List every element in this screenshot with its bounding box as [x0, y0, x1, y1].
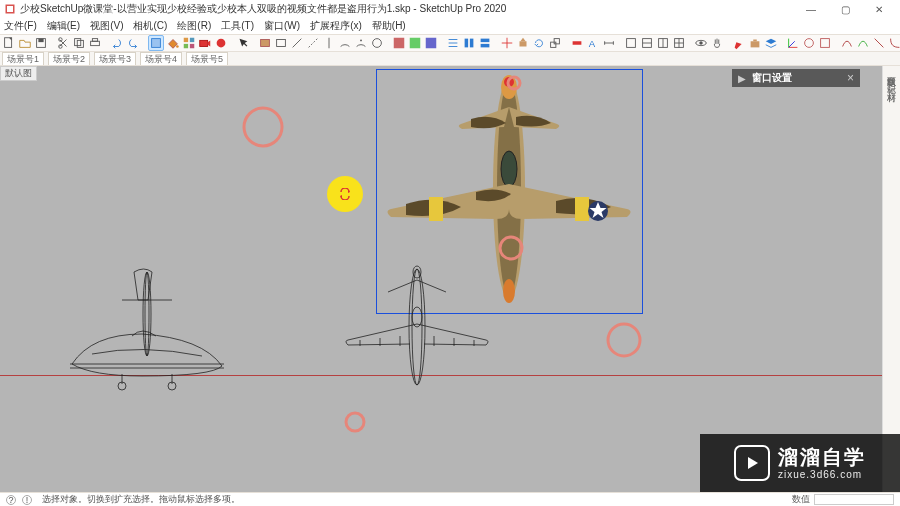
- curve3-icon[interactable]: [872, 35, 886, 51]
- model-plane-wire-center[interactable]: [340, 262, 495, 392]
- view4-icon[interactable]: [672, 35, 686, 51]
- view3-icon[interactable]: [656, 35, 670, 51]
- svg-point-69: [346, 413, 364, 431]
- tape-icon[interactable]: [570, 35, 584, 51]
- measure-input[interactable]: [814, 494, 894, 505]
- window-settings-panel[interactable]: ▶ 窗口设置 ×: [732, 69, 860, 87]
- pushpull-icon[interactable]: [516, 35, 530, 51]
- new-file-icon[interactable]: [2, 35, 16, 51]
- menu-help[interactable]: 帮助(H): [372, 19, 406, 33]
- align2-icon[interactable]: [462, 35, 476, 51]
- watermark-title: 溜溜自学: [778, 446, 866, 469]
- model-plane-wire-left[interactable]: [62, 264, 232, 394]
- svg-rect-14: [190, 38, 194, 42]
- main-area: 默认图: [0, 66, 900, 492]
- line-vertical-icon[interactable]: [322, 35, 336, 51]
- svg-rect-32: [554, 39, 559, 44]
- print-icon[interactable]: [88, 35, 102, 51]
- maximize-button[interactable]: ▢: [828, 0, 862, 18]
- axes-icon[interactable]: [786, 35, 800, 51]
- rotate-icon[interactable]: [532, 35, 546, 51]
- arc-icon[interactable]: [338, 35, 352, 51]
- dimension-icon[interactable]: [602, 35, 616, 51]
- view1-icon[interactable]: [624, 35, 638, 51]
- save-icon[interactable]: [34, 35, 48, 51]
- scale-icon[interactable]: [548, 35, 562, 51]
- scene-tab-1[interactable]: 场景号1: [2, 52, 44, 65]
- panel-title: 窗口设置: [752, 71, 847, 85]
- layers-icon[interactable]: [764, 35, 778, 51]
- menu-file[interactable]: 文件(F): [4, 19, 37, 33]
- minimize-button[interactable]: —: [794, 0, 828, 18]
- record-icon[interactable]: [214, 35, 228, 51]
- menu-extensions[interactable]: 扩展程序(x): [310, 19, 362, 33]
- window-title: 少校SketchUp微课堂-以营业实现少校经验或少校本人双吸的视频文件都是盗用行…: [20, 2, 506, 16]
- orbit-icon[interactable]: [694, 35, 708, 51]
- paint-bucket-icon[interactable]: [166, 35, 180, 51]
- status-help-icon[interactable]: ?: [6, 495, 16, 505]
- dock-title[interactable]: 默认图: [0, 66, 37, 81]
- status-warn-icon[interactable]: !: [22, 495, 32, 505]
- menu-draw[interactable]: 绘图(R): [177, 19, 211, 33]
- palette3-icon[interactable]: [424, 35, 438, 51]
- svg-point-22: [373, 39, 382, 48]
- move-icon[interactable]: [500, 35, 514, 51]
- menu-view[interactable]: 视图(V): [90, 19, 123, 33]
- svg-rect-29: [481, 44, 490, 48]
- ext1-icon[interactable]: [802, 35, 816, 51]
- curve4-icon[interactable]: [888, 35, 900, 51]
- toolbox-icon[interactable]: [748, 35, 762, 51]
- svg-point-58: [500, 237, 522, 259]
- rect-icon[interactable]: [258, 35, 272, 51]
- menu-camera[interactable]: 相机(C): [133, 19, 167, 33]
- annotation-circle-1: [241, 105, 285, 149]
- watermark-logo-icon: [734, 445, 770, 481]
- pan-icon[interactable]: [710, 35, 724, 51]
- panel-collapse-icon[interactable]: ▶: [738, 73, 746, 84]
- svg-rect-26: [465, 39, 469, 48]
- text-icon[interactable]: A: [586, 35, 600, 51]
- app-icon: [4, 3, 16, 15]
- palette1-icon[interactable]: [392, 35, 406, 51]
- panel-close-icon[interactable]: ×: [847, 71, 854, 85]
- materials-icon[interactable]: [182, 35, 196, 51]
- select-icon[interactable]: [236, 35, 250, 51]
- scene-tab-5[interactable]: 场景号5: [186, 52, 228, 65]
- menu-edit[interactable]: 编辑(E): [47, 19, 80, 33]
- undo-icon[interactable]: [110, 35, 124, 51]
- circle-icon[interactable]: [370, 35, 384, 51]
- svg-point-18: [217, 39, 226, 48]
- close-button[interactable]: ✕: [862, 0, 896, 18]
- rect2-icon[interactable]: [274, 35, 288, 51]
- redo-icon[interactable]: [126, 35, 140, 51]
- view2-icon[interactable]: [640, 35, 654, 51]
- arc2-icon[interactable]: [354, 35, 368, 51]
- scene-tab-2[interactable]: 场景号2: [48, 52, 90, 65]
- scene-tab-4[interactable]: 场景号4: [140, 52, 182, 65]
- title-bar: 少校SketchUp微课堂-以营业实现少校经验或少校本人双吸的视频文件都是盗用行…: [0, 0, 900, 18]
- menu-window[interactable]: 窗口(W): [264, 19, 300, 33]
- svg-rect-23: [394, 38, 405, 49]
- ext2-icon[interactable]: [818, 35, 832, 51]
- scene-tab-3[interactable]: 场景号3: [94, 52, 136, 65]
- curve2-icon[interactable]: [856, 35, 870, 51]
- style-iso-icon[interactable]: [148, 35, 164, 51]
- svg-rect-30: [520, 41, 527, 46]
- svg-point-21: [360, 40, 362, 42]
- svg-rect-35: [627, 39, 636, 48]
- align3-icon[interactable]: [478, 35, 492, 51]
- line-icon[interactable]: [290, 35, 304, 51]
- menu-tools[interactable]: 工具(T): [221, 19, 254, 33]
- svg-rect-10: [92, 39, 97, 42]
- copy-icon[interactable]: [72, 35, 86, 51]
- align1-icon[interactable]: [446, 35, 460, 51]
- line-construction-icon[interactable]: [306, 35, 320, 51]
- palette2-icon[interactable]: [408, 35, 422, 51]
- curve1-icon[interactable]: [840, 35, 854, 51]
- open-file-icon[interactable]: [18, 35, 32, 51]
- viewport[interactable]: ▶ 窗口设置 ×: [0, 66, 882, 492]
- edit-red-icon[interactable]: [732, 35, 746, 51]
- status-hint: 选择对象。切换到扩充选择。拖动鼠标选择多项。: [42, 493, 240, 506]
- camera-icon[interactable]: [198, 35, 212, 51]
- cut-icon[interactable]: [56, 35, 70, 51]
